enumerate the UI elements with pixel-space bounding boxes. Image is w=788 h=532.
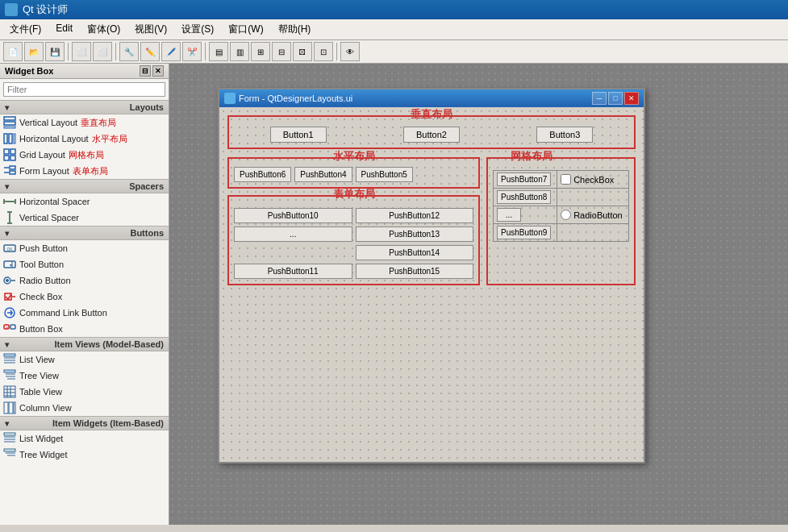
push-button10[interactable]: PushButton10 [234, 208, 352, 223]
toolbar-layout-h[interactable]: ▤ [209, 42, 228, 61]
menu-win[interactable]: 窗口(W) [222, 21, 269, 38]
tree-view-icon [3, 369, 16, 382]
checkbox-label: CheckBox [573, 175, 614, 185]
menu-settings[interactable]: 设置(S) [175, 21, 220, 38]
section-buttons[interactable]: Buttons [0, 226, 169, 240]
toolbar-save[interactable]: 💾 [45, 42, 65, 61]
horizontal-buttons-row: PushButton6 PushButton4 PushButton5 [234, 167, 473, 182]
svg-text:OK: OK [6, 247, 13, 251]
horizontal-layout-section-label: 水平布局 [333, 149, 375, 164]
widget-filter-input[interactable] [3, 82, 165, 97]
sidebar-item-vertical-spacer[interactable]: Vertical Spacer [0, 210, 169, 226]
push-button12[interactable]: PushButton12 [356, 208, 474, 223]
sidebar-item-push-button[interactable]: OK Push Button [0, 240, 169, 256]
sidebar-item-command-link-button[interactable]: Command Link Button [0, 305, 169, 321]
menu-edit[interactable]: Edit [49, 21, 79, 38]
form-button3[interactable]: Button3 [536, 127, 593, 143]
sidebar-item-tree-widget[interactable]: Tree Widget [0, 447, 169, 463]
toolbar-layout-f[interactable]: ⊟ [272, 42, 291, 61]
sidebar-item-tool-button[interactable]: ▾ Tool Button [0, 256, 169, 272]
menu-view[interactable]: 视图(V) [128, 21, 173, 38]
section-spacers[interactable]: Spacers [0, 179, 169, 193]
sidebar-item-column-view[interactable]: Column View [0, 400, 169, 416]
push-button9[interactable]: PushButton9 [497, 226, 551, 239]
sidebar-item-form-layout[interactable]: Form Layout 表单布局 [0, 163, 169, 179]
toolbar-layout-v[interactable]: ▥ [230, 42, 249, 61]
toolbar-layout-g[interactable]: ⊞ [251, 42, 270, 61]
toolbar-btn4[interactable]: ⬜ [72, 42, 91, 61]
sidebar-item-list-widget[interactable]: List Widget [0, 430, 169, 447]
sidebar-item-table-view[interactable]: Table View [0, 384, 169, 400]
sidebar-item-horizontal-layout[interactable]: Horizontal Layout 水平布局 [0, 131, 169, 147]
radio-input[interactable] [561, 210, 571, 220]
toolbar-btn5[interactable]: ⬜ [93, 42, 112, 61]
toolbar-new[interactable]: 📄 [3, 42, 23, 61]
widget-box-float-btn[interactable]: ⊟ [140, 65, 151, 77]
toolbar-btn8[interactable]: 🖊️ [161, 42, 181, 61]
tool-button-label: Tool Button [19, 260, 64, 269]
toolbar-break[interactable]: ⛝ [293, 42, 312, 61]
svg-rect-55 [4, 449, 15, 451]
tree-view-label: Tree View [19, 371, 59, 380]
layout-grid-icon [3, 148, 16, 161]
push-button4[interactable]: PushButton4 [294, 167, 352, 182]
spacer-v-icon [3, 211, 16, 224]
svg-text:▾: ▾ [10, 263, 12, 268]
push-button5[interactable]: PushButton5 [356, 167, 413, 182]
sidebar-item-vertical-layout[interactable]: Vertical Layout 垂直布局 [0, 114, 169, 131]
sidebar-item-tree-view[interactable]: Tree View [0, 368, 169, 384]
menu-window[interactable]: 窗体(O) [81, 21, 127, 38]
push-button8[interactable]: PushButton8 [497, 190, 551, 204]
sidebar-item-horizontal-spacer[interactable]: Horizontal Spacer [0, 193, 169, 210]
push-button6[interactable]: PushButton6 [234, 167, 291, 182]
menu-help[interactable]: 帮助(H) [272, 21, 318, 38]
form-minimize-btn[interactable]: ─ [592, 92, 607, 105]
grid-cell-empty2 [557, 224, 629, 242]
toolbar-preview[interactable]: 👁 [340, 42, 360, 61]
section-item-widgets[interactable]: Item Widgets (Item-Based) [0, 416, 169, 430]
widget-box-close-btn[interactable]: ✕ [152, 65, 164, 77]
sidebar-item-check-box[interactable]: Check Box [0, 289, 169, 305]
table-view-label: Table View [19, 387, 62, 397]
sidebar-item-radio-button[interactable]: Radio Button [0, 272, 169, 289]
svg-rect-6 [4, 149, 9, 154]
grid-cell-empty1 [557, 189, 629, 206]
sidebar-item-list-view[interactable]: List View [0, 351, 169, 368]
design-area[interactable]: Form - QtDesignerLayouts.ui ─ □ ✕ 垂直布局 B… [169, 64, 788, 525]
widget-box-header-btns: ⊟ ✕ [140, 65, 164, 77]
ellipsis-btn[interactable]: ... [234, 227, 352, 242]
cmd-link-icon [3, 306, 16, 319]
toolbar-open[interactable]: 📂 [24, 42, 44, 61]
horizontal-layout-label: Horizontal Layout [19, 134, 89, 143]
ellipsis-btn2[interactable]: ... [497, 208, 521, 222]
grid-cell-checkbox: CheckBox [557, 171, 629, 189]
toolbar-btn6[interactable]: 🔧 [119, 42, 139, 61]
toolbar-adjust[interactable]: ⊡ [314, 42, 333, 61]
menu-file[interactable]: 文件(F) [3, 21, 48, 38]
section-layouts[interactable]: Layouts [0, 100, 169, 114]
push-button11[interactable]: PushButton11 [234, 264, 352, 279]
sidebar-item-grid-layout[interactable]: Grid Layout 网格布局 [0, 147, 169, 163]
push-button7[interactable]: PushButton7 [497, 172, 551, 186]
section-item-views[interactable]: Item Views (Model-Based) [0, 337, 169, 351]
push-button14[interactable]: PushButton14 [356, 245, 474, 260]
form-button2[interactable]: Button2 [403, 127, 460, 143]
form-restore-btn[interactable]: □ [608, 92, 623, 105]
toolbar-btn9[interactable]: ✂️ [182, 42, 202, 61]
toolbar-btn7[interactable]: ✏️ [140, 42, 160, 61]
push-button13[interactable]: PushButton13 [356, 227, 474, 242]
svg-rect-50 [14, 402, 15, 414]
form-button1[interactable]: Button1 [270, 127, 327, 143]
tree-widget-icon [3, 448, 16, 461]
checkbox-input[interactable] [561, 174, 571, 185]
widget-list: Layouts Vertical Layout 垂直布局 Horizontal … [0, 100, 169, 525]
svg-rect-34 [4, 354, 15, 356]
table-row: ... RadioButton [494, 206, 629, 224]
push-button15[interactable]: PushButton15 [356, 264, 474, 279]
spacer-h-icon [3, 195, 16, 208]
form-close-btn[interactable]: ✕ [624, 92, 639, 105]
sidebar-item-button-box[interactable]: ✕ Button Box [0, 321, 169, 337]
grid-layout-label-cn: 网格布局 [69, 149, 104, 161]
svg-rect-5 [14, 134, 15, 143]
grid-cell-ellipsis: ... [494, 206, 557, 224]
